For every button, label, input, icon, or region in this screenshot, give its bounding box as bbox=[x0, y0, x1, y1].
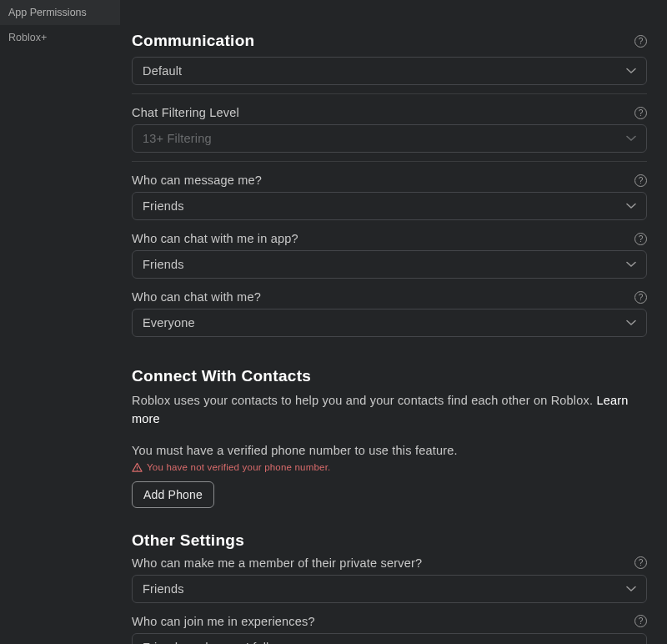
communication-title: Communication bbox=[132, 32, 254, 50]
chevron-down-icon bbox=[626, 319, 636, 326]
who-chat-select[interactable]: Everyone bbox=[132, 309, 647, 337]
select-value: Everyone bbox=[143, 316, 195, 330]
sidebar: App Permissions Roblox+ bbox=[0, 0, 120, 644]
add-phone-button[interactable]: Add Phone bbox=[132, 481, 214, 508]
chevron-down-icon bbox=[626, 135, 636, 142]
sidebar-tab-app-permissions[interactable]: App Permissions bbox=[0, 0, 120, 25]
contacts-title: Connect With Contacts bbox=[132, 367, 311, 385]
help-icon[interactable]: ? bbox=[634, 615, 647, 627]
select-value: 13+ Filtering bbox=[143, 132, 212, 145]
contacts-desc-text: Roblox uses your contacts to help you an… bbox=[132, 394, 596, 407]
select-value: Friends and users I follow bbox=[143, 641, 284, 645]
communication-default-select[interactable]: Default bbox=[132, 57, 647, 85]
contacts-description: Roblox uses your contacts to help you an… bbox=[132, 392, 647, 429]
help-icon[interactable]: ? bbox=[634, 233, 647, 245]
verify-phone-text: You must have a verified phone number to… bbox=[132, 444, 647, 457]
join-experiences-select[interactable]: Friends and users I follow bbox=[132, 633, 647, 645]
help-icon[interactable]: ? bbox=[634, 174, 647, 187]
main-content: Communication ? Default Chat Filtering L… bbox=[120, 0, 667, 644]
help-icon[interactable]: ? bbox=[634, 291, 647, 304]
help-icon[interactable]: ? bbox=[634, 107, 647, 119]
chat-filtering-select: 13+ Filtering bbox=[132, 124, 647, 153]
chevron-down-icon bbox=[626, 68, 636, 74]
private-server-select[interactable]: Friends bbox=[132, 575, 647, 603]
who-chat-label: Who can chat with me? bbox=[132, 290, 261, 304]
other-settings-title: Other Settings bbox=[132, 531, 244, 550]
select-value: Default bbox=[143, 64, 182, 78]
chevron-down-icon bbox=[626, 261, 636, 268]
select-value: Friends bbox=[143, 258, 184, 271]
help-icon[interactable]: ? bbox=[634, 556, 647, 569]
who-message-select[interactable]: Friends bbox=[132, 192, 647, 220]
who-message-label: Who can message me? bbox=[132, 174, 262, 187]
select-value: Friends bbox=[143, 582, 184, 596]
private-server-label: Who can make me a member of their privat… bbox=[132, 556, 422, 570]
who-chat-app-label: Who can chat with me in app? bbox=[132, 232, 298, 245]
warning-icon bbox=[132, 462, 143, 473]
divider bbox=[132, 93, 647, 94]
help-icon[interactable]: ? bbox=[634, 35, 647, 48]
chevron-down-icon bbox=[626, 586, 636, 592]
warning-text: You have not verified your phone number. bbox=[147, 462, 330, 472]
svg-point-1 bbox=[137, 469, 138, 470]
join-experiences-label: Who can join me in experiences? bbox=[132, 615, 315, 628]
divider bbox=[132, 161, 647, 162]
select-value: Friends bbox=[143, 199, 184, 213]
chevron-down-icon bbox=[626, 203, 636, 209]
chat-filtering-label: Chat Filtering Level bbox=[132, 106, 239, 119]
sidebar-tab-roblox-plus[interactable]: Roblox+ bbox=[0, 25, 120, 50]
who-chat-app-select[interactable]: Friends bbox=[132, 250, 647, 279]
